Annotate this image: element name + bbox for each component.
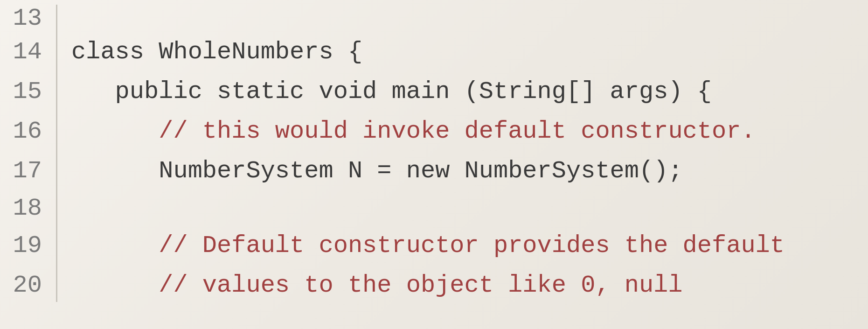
code-text-19: // Default constructor provides the defa…: [71, 226, 785, 262]
line-number-14: 14: [0, 35, 56, 66]
line-separator-20: [56, 266, 57, 302]
code-text-15: public static void main (String[] args) …: [71, 72, 712, 108]
code-line-16: 16 // this would invoke default construc…: [0, 112, 868, 151]
code-line-13: 13: [0, 5, 868, 32]
line-number-19: 19: [0, 228, 56, 259]
code-area: 13 14 class WholeNumbers { 15 public sta…: [0, 0, 868, 329]
line-separator-17: [56, 151, 57, 191]
line-separator-14: [56, 32, 57, 72]
code-line-15: 15 public static void main (String[] arg…: [0, 72, 868, 112]
code-text-14: class WholeNumbers {: [71, 32, 362, 69]
code-line-18: 18: [0, 191, 868, 226]
line-number-20: 20: [0, 268, 56, 299]
line-number-17: 17: [0, 154, 56, 185]
code-line-17: 17 NumberSystem N = new NumberSystem();: [0, 151, 868, 191]
code-text-20: // values to the object like 0, null: [71, 266, 683, 302]
line-number-18: 18: [0, 191, 56, 222]
code-line-20: 20 // values to the object like 0, null: [0, 266, 868, 302]
code-text-16: // this would invoke default constructor…: [71, 112, 756, 148]
line-separator-16: [56, 112, 57, 151]
line-separator-19: [56, 226, 57, 266]
code-text-17: NumberSystem N = new NumberSystem();: [71, 151, 683, 188]
line-number-13: 13: [0, 5, 56, 32]
code-line-14: 14 class WholeNumbers {: [0, 32, 868, 72]
line-separator-15: [56, 72, 57, 112]
code-line-19: 19 // Default constructor provides the d…: [0, 226, 868, 266]
line-separator-18: [56, 191, 57, 226]
line-separator-13: [56, 5, 57, 32]
line-number-16: 16: [0, 114, 56, 145]
code-editor: 13 14 class WholeNumbers { 15 public sta…: [0, 0, 868, 329]
line-number-15: 15: [0, 74, 56, 105]
